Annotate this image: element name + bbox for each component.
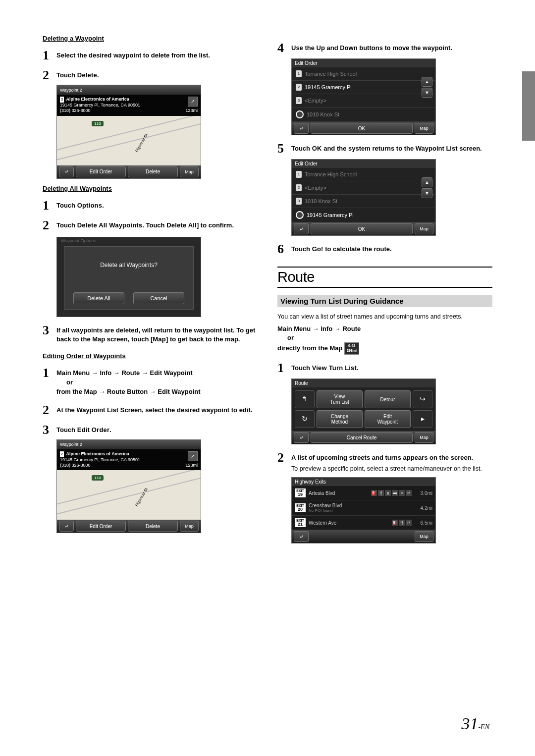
manual-page: Deleting a Waypoint 1 Select the desired… — [0, 0, 535, 756]
step-1: 1 Touch Options. — [43, 199, 258, 212]
screenshot-map: 110 Figueroa St — [57, 470, 201, 520]
exit-row[interactable]: EXIT21 Western Ave ⛽🍴P 6.5mi — [292, 516, 435, 530]
view-turn-list-button[interactable]: View Turn List — [317, 390, 363, 408]
screenshot-bottombar: ⤶ OK Map — [292, 122, 435, 135]
keyword: View Turn List — [312, 364, 357, 372]
text: and the system returns to the Waypoint L… — [322, 145, 482, 152]
page-number-suffix: -EN — [478, 723, 489, 731]
content-columns: Deleting a Waypoint 1 Select the desired… — [43, 35, 492, 543]
map-button[interactable]: Map — [415, 123, 433, 134]
text: Touch — [56, 221, 77, 229]
waypoint-label: Torrance High School — [305, 71, 357, 77]
text: . — [109, 426, 111, 433]
right-column: 4 Use the Up and Down buttons to move th… — [277, 35, 492, 543]
waypoint-label: 19145 Gramercy Pl — [305, 84, 352, 90]
delete-all-button[interactable]: Delete All — [73, 292, 124, 304]
step-number: 2 — [43, 219, 51, 232]
cancel-route-button[interactable]: Cancel Route — [311, 432, 413, 443]
step-text: If all waypoints are deleted, will retur… — [56, 324, 258, 345]
waypoint-row-selected[interactable]: 2 19145 Gramercy Pl ▲ ▼ — [292, 81, 435, 94]
text: Touch — [291, 145, 312, 152]
waypoint-row[interactable]: 2 <Empty> ▲ ▼ — [292, 181, 435, 195]
heading-deleting-waypoint: Deleting a Waypoint — [43, 35, 258, 42]
waypoint-row[interactable]: 3 1010 Knox St — [292, 195, 435, 208]
screenshot-highway-exits: Highway Exits EXIT19 Artesia Blvd ⛽🍴$🛏=P… — [291, 477, 436, 543]
edit-order-button[interactable]: Edit Order — [76, 521, 126, 532]
map-button[interactable]: Map — [415, 531, 433, 542]
poi-address: 19145 Gramercy Pl, Torrance, CA 90501 — [60, 103, 198, 108]
food-icon: 🍴 — [378, 490, 384, 496]
map-road — [57, 116, 201, 151]
poi-phone: (310) 326-8000 — [60, 108, 91, 113]
exit-distance: 4.2mi — [415, 505, 432, 511]
move-up-button[interactable]: ▲ — [422, 177, 432, 187]
map-button[interactable]: Map — [415, 223, 433, 234]
map-button[interactable]: Map — [180, 521, 199, 532]
exit-row[interactable]: EXIT20 Crenshaw Blvd No POI found 4.2mi — [292, 500, 435, 516]
keyword: Map — [153, 335, 166, 343]
poi-address: 19145 Gramercy Pl, Torrance, CA 90501 — [60, 457, 198, 463]
keyword: Go! — [312, 245, 323, 253]
flag-icon: ▸ — [413, 410, 432, 428]
step-number: 2 — [43, 404, 51, 417]
delete-button[interactable]: Delete — [128, 521, 178, 532]
step-number: 1 — [43, 367, 51, 379]
step-2: 2 Touch Delete. — [43, 69, 258, 82]
highway-shield-icon: 110 — [92, 475, 104, 481]
step-number: 3 — [43, 324, 51, 337]
waypoint-row[interactable]: 3 <Empty> — [292, 94, 435, 108]
destination-icon — [296, 110, 304, 118]
move-up-button[interactable]: ▲ — [422, 77, 432, 87]
back-button[interactable]: ⤶ — [294, 531, 309, 542]
screenshot-bottombar: ⤶ OK Map — [292, 222, 435, 235]
map-button[interactable]: Map — [180, 166, 199, 177]
icon-distance: 398mi — [347, 349, 357, 352]
waypoint-label: 19145 Gramercy Pl — [307, 212, 354, 218]
poi-name: Alpine Electronics of America — [66, 451, 129, 457]
exit-street-name: Western Ave — [309, 520, 389, 526]
map-street-label: Figueroa St — [134, 133, 148, 153]
back-button[interactable]: ⤶ — [59, 166, 74, 177]
waypoint-row[interactable]: 19145 Gramercy Pl — [292, 208, 435, 222]
delete-button[interactable]: Delete — [128, 166, 178, 177]
step-number: 1 — [277, 362, 285, 375]
waypoint-label: Torrance High School — [305, 171, 357, 177]
waypoint-marker-icon: 2 — [60, 97, 64, 103]
step-text: Touch Options. — [56, 199, 258, 211]
detour-button[interactable]: Detour — [365, 390, 411, 408]
screenshot-infobox: ↗ 2Alpine Electronics of America 19145 G… — [57, 449, 201, 471]
step-note: To preview a specific point, select a st… — [291, 465, 492, 474]
text: Touch — [56, 71, 77, 79]
exit-distance: 3.0mi — [415, 490, 432, 496]
page-edge-tab — [522, 71, 535, 141]
map-button[interactable]: Map — [415, 432, 433, 443]
waypoint-row[interactable]: 1 Torrance High School — [292, 168, 435, 181]
change-method-button[interactable]: Change Method — [317, 410, 363, 428]
step-text: Touch OK and the system returns to the W… — [291, 142, 492, 154]
dialog-buttons: Delete All Cancel — [73, 292, 184, 304]
step-1: 1 Select the desired waypoint to delete … — [43, 49, 258, 62]
ok-button[interactable]: OK — [311, 223, 413, 234]
cancel-button[interactable]: Cancel — [133, 292, 184, 304]
page-number-value: 31 — [461, 714, 478, 733]
back-button[interactable]: ⤶ — [294, 432, 309, 443]
back-button[interactable]: ⤶ — [59, 521, 74, 532]
back-button[interactable]: ⤶ — [294, 123, 309, 134]
keyword: Edit Order — [77, 426, 110, 433]
back-button[interactable]: ⤶ — [294, 223, 309, 234]
waypoint-row[interactable]: 1 Torrance High School — [292, 67, 435, 81]
go-arrow-icon: ↗ — [188, 97, 198, 107]
map-road — [57, 476, 201, 515]
exit-row[interactable]: EXIT19 Artesia Blvd ⛽🍴$🛏=P 3.0mi — [292, 486, 435, 500]
edit-order-button[interactable]: Edit Order — [76, 166, 126, 177]
edit-waypoint-button[interactable]: Edit Waypoint — [365, 410, 411, 428]
ok-button[interactable]: OK — [311, 123, 413, 134]
step-number: 1 — [43, 49, 51, 62]
waypoint-row[interactable]: 1010 Knox St — [292, 108, 435, 122]
waypoint-marker-icon: 1 — [296, 70, 302, 77]
waypoint-marker-icon: 3 — [296, 198, 302, 205]
go-arrow-icon: ↗ — [188, 451, 198, 461]
waypoint-marker-icon: 3 — [296, 97, 302, 104]
text: . Touch — [142, 221, 166, 229]
step-text: Use the Up and Down buttons to move the … — [291, 42, 492, 53]
